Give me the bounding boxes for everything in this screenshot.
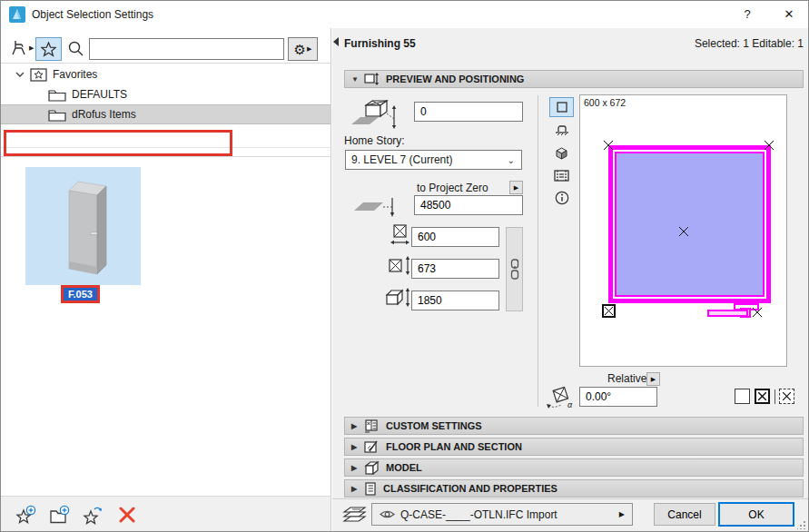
hotspot-cross	[753, 308, 762, 317]
rotation-angle-input[interactable]	[579, 387, 657, 407]
favorites-actions-bar	[1, 496, 331, 532]
panel-title: PREVIEW AND POSITIONING	[386, 74, 524, 84]
rotation-angle-icon: α	[546, 386, 577, 409]
selection-status: Selected: 1 Editable: 1	[695, 37, 804, 50]
divider	[774, 389, 775, 404]
anchor-point-none-button[interactable]	[735, 389, 750, 404]
elevation-icon	[555, 124, 569, 136]
cancel-button[interactable]: Cancel	[654, 503, 715, 526]
preview-mode-3d-button[interactable]	[549, 143, 574, 163]
resize-grip[interactable]	[797, 520, 806, 529]
panel-preview-positioning[interactable]: ▼ PREVIEW AND POSITIONING	[344, 70, 804, 88]
filmstrip-icon	[554, 170, 569, 182]
object-name: Furnishing 55	[344, 37, 416, 50]
star-icon	[41, 42, 56, 57]
2d-preview-canvas[interactable]: 600 x 672	[579, 94, 787, 367]
search-mode-button[interactable]	[67, 40, 85, 58]
link-dimensions-button[interactable]	[506, 227, 523, 311]
custom-settings-icon	[364, 419, 380, 433]
flyout-arrow-icon: ▶	[29, 44, 34, 52]
object-3d-preview[interactable]	[25, 167, 141, 285]
settings-gear-button[interactable]: ⚙ ▶	[288, 37, 318, 61]
home-story-select[interactable]: 9. LEVEL 7 (Current) ⌄	[345, 150, 522, 170]
hotspot-cross	[604, 141, 613, 150]
add-favorite-button[interactable]	[15, 504, 37, 526]
height-input[interactable]	[411, 291, 499, 310]
preview-mode-elevation-button[interactable]	[549, 120, 574, 140]
width-input[interactable]	[411, 227, 499, 247]
model-cube-icon	[364, 461, 380, 475]
selected-hotspot-marker[interactable]	[602, 304, 616, 318]
reference-level-flyout-button[interactable]: ▶	[509, 181, 523, 194]
floor-plan-icon	[364, 440, 380, 454]
anchor-point-selected-button[interactable]	[755, 389, 770, 404]
tree-item-favorites[interactable]: Favorites	[1, 64, 331, 84]
cabinet-thumbnail	[25, 167, 141, 285]
depth-icon	[389, 256, 412, 276]
ok-button[interactable]: OK	[718, 502, 794, 527]
folder-plus-icon	[49, 505, 71, 525]
hotspot-cross	[765, 141, 774, 150]
panel-classification-properties[interactable]: ▶ CLASSIFICATION AND PROPERTIES	[344, 479, 804, 498]
preview-mode-info-button[interactable]	[549, 188, 574, 208]
collapse-closed-icon: ▶	[351, 485, 360, 493]
panel-title: CLASSIFICATION AND PROPERTIES	[383, 483, 557, 494]
preview-mode-movie-button[interactable]	[549, 165, 574, 185]
collapse-closed-icon: ▶	[351, 422, 360, 430]
close-button[interactable]: ✕	[774, 5, 804, 25]
tree-item-label: dRofus Items	[72, 108, 136, 121]
properties-document-icon	[364, 482, 377, 496]
panel-floor-plan-section[interactable]: ▶ FLOOR PLAN AND SECTION	[344, 438, 804, 456]
new-folder-button[interactable]	[49, 504, 71, 526]
depth-input[interactable]	[411, 259, 499, 279]
favorites-mode-button[interactable]	[35, 37, 62, 61]
layers-icon	[342, 505, 368, 527]
width-icon	[390, 224, 410, 246]
panel-title: FLOOR PLAN AND SECTION	[386, 441, 522, 452]
library-browser-panel: ▶ ⚙ ▶ Favorites	[1, 28, 331, 532]
panel-model[interactable]: ▶ MODEL	[344, 458, 804, 477]
elevation-top-icon	[346, 97, 402, 130]
red-annotation-box	[4, 130, 232, 156]
layer-select[interactable]: Q-CASE-____-OTLN.IFC Import ▶	[371, 503, 633, 526]
flyout-arrow-icon: ▶	[619, 510, 625, 518]
help-button[interactable]: ?	[735, 5, 760, 25]
preview-mode-2d-button[interactable]	[549, 97, 574, 117]
preview-positioning-icon	[364, 73, 380, 85]
to-project-zero-icon	[350, 196, 403, 218]
anchor-point-dashed-button[interactable]	[779, 389, 794, 404]
divider	[538, 95, 538, 407]
search-input[interactable]	[89, 38, 284, 60]
relative-label: Relative	[607, 372, 646, 385]
flyout-arrow-icon: ▶	[651, 376, 656, 383]
titlebar[interactable]: Object Selection Settings ? ✕	[1, 1, 808, 28]
splitter[interactable]	[1, 156, 331, 157]
archicad-logo-icon	[9, 6, 25, 23]
panel-custom-settings[interactable]: ▶ CUSTOM SETTINGS	[344, 417, 804, 435]
object-plan-symbol	[608, 145, 771, 303]
flyout-arrow-icon: ▶	[514, 184, 518, 192]
object-browser-mode-button[interactable]: ▶	[10, 39, 34, 57]
window-title: Object Selection Settings	[32, 8, 153, 21]
chevron-down-icon: ⌄	[508, 155, 515, 165]
star-plus-icon	[15, 505, 37, 525]
browser-toolbar: ▶ ⚙ ▶	[1, 32, 331, 63]
tree-item-defaults[interactable]: DEFAULTS	[1, 84, 331, 104]
star-refresh-icon	[83, 505, 104, 525]
tree-item-drofus[interactable]: dRofus Items	[1, 104, 331, 124]
layer-value: Q-CASE-____-OTLN.IFC Import	[400, 508, 557, 521]
cube-3d-icon	[555, 146, 568, 160]
chevron-down-icon[interactable]	[15, 71, 25, 78]
relative-flyout-button[interactable]: ▶	[646, 372, 660, 386]
project-zero-input[interactable]	[414, 195, 523, 215]
divider	[1, 147, 331, 148]
collapse-closed-icon: ▶	[351, 464, 360, 472]
delete-favorite-button[interactable]	[116, 504, 138, 526]
redefine-favorite-button[interactable]	[83, 504, 104, 526]
collapse-closed-icon: ▶	[351, 443, 360, 451]
preview-mode-strip	[549, 97, 575, 211]
hotspot-cross	[679, 227, 688, 236]
elevation-input[interactable]	[414, 102, 523, 122]
settings-panel: Furnishing 55 Selected: 1 Editable: 1 ▼ …	[332, 28, 809, 532]
collapse-browser-arrow[interactable]	[333, 37, 339, 46]
